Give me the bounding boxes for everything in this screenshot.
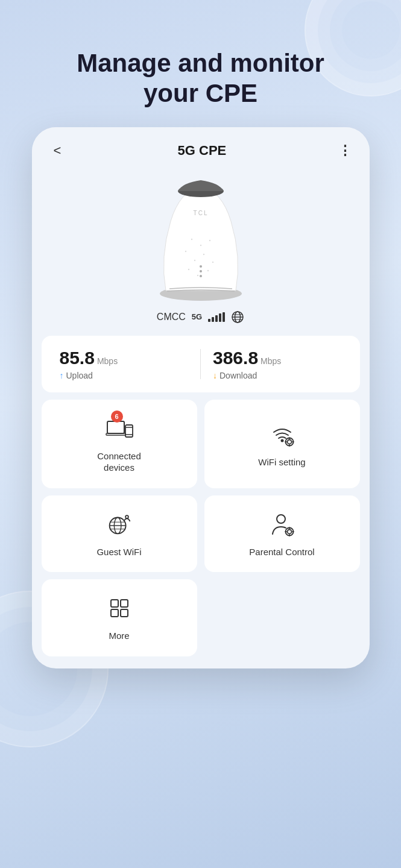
feature-grid: 6 Connecteddevices [42,400,360,668]
svg-point-4 [212,262,213,263]
guest-wifi-label: Guest WiFi [96,546,141,558]
download-stat: 386.8 Mbps ↓ Download [213,348,342,380]
download-label: ↓ Download [213,371,342,380]
svg-point-5 [188,269,189,270]
svg-point-26 [280,439,283,442]
upload-arrow-icon: ↑ [60,371,64,380]
device-area: TCL CMCC 5G [32,167,370,336]
connected-devices-badge: 6 [111,410,123,423]
signal-bar-4 [219,313,221,322]
svg-rect-51 [111,609,118,617]
more-icon [105,594,134,623]
svg-rect-22 [106,433,125,435]
network-status: CMCC 5G [157,310,244,324]
connected-devices-button[interactable]: 6 Connecteddevices [42,400,197,488]
svg-rect-30 [289,437,290,439]
connected-devices-label: Connecteddevices [97,450,141,474]
svg-rect-47 [285,531,286,532]
globe-icon [231,310,244,324]
parental-control-button[interactable]: Parental Control [204,495,360,573]
cpe-device-image: TCL [141,173,261,306]
svg-rect-21 [107,421,124,433]
guest-wifi-button[interactable]: Guest WiFi [42,495,197,573]
top-bar: < 5G CPE ⋮ [32,127,370,167]
upload-unit: Mbps [97,356,118,366]
page-header: Manage and monitor your CPE [77,48,324,109]
signal-bar-1 [208,319,210,322]
wifi-setting-button[interactable]: WiFi setting [204,400,360,488]
more-button[interactable]: More [42,579,197,656]
guest-wifi-icon [105,510,134,539]
parental-control-label: Parental Control [249,546,314,558]
download-arrow-icon: ↓ [213,371,217,380]
signal-bar-2 [212,317,214,322]
download-unit: Mbps [260,356,281,366]
signal-bar-5 [223,312,225,322]
svg-point-3 [203,254,204,255]
svg-point-15 [200,275,202,277]
svg-rect-48 [292,531,294,532]
svg-point-1 [185,251,186,252]
upload-stat: 85.8 Mbps ↑ Upload [60,348,189,380]
svg-point-14 [200,270,202,272]
svg-rect-49 [111,600,118,607]
svg-rect-32 [285,441,286,442]
download-value: 386.8 Mbps [213,348,342,368]
back-button[interactable]: < [49,140,66,161]
svg-rect-31 [289,444,290,446]
stats-card: 85.8 Mbps ↑ Upload 386.8 Mbps ↓ Download [42,336,360,392]
phone-frame: < 5G CPE ⋮ TCL [32,127,370,668]
svg-point-7 [207,270,208,271]
upload-label: ↑ Upload [60,371,189,380]
svg-rect-52 [121,609,128,617]
svg-point-2 [194,260,195,261]
svg-point-8 [191,239,192,240]
svg-point-41 [277,515,285,523]
svg-rect-45 [289,527,290,529]
svg-rect-33 [292,441,294,442]
svg-point-10 [209,240,210,241]
carrier-label: CMCC [157,312,186,322]
svg-point-6 [197,275,198,276]
signal-bar-3 [215,315,218,322]
screen-title: 5G CPE [178,143,227,159]
signal-bars [208,312,225,322]
svg-text:TCL: TCL [193,210,208,216]
stat-divider [200,349,201,379]
upload-value: 85.8 Mbps [60,348,189,368]
svg-rect-50 [121,600,128,607]
svg-point-13 [200,265,202,268]
parental-control-icon [268,510,297,539]
wifi-setting-label: WiFi setting [258,456,305,468]
page-title: Manage and monitor your CPE [77,48,324,109]
more-label: More [109,630,129,642]
network-standard: 5G [192,312,202,321]
more-menu-button[interactable]: ⋮ [338,143,353,159]
wifi-setting-icon [268,420,297,449]
svg-point-9 [200,245,201,246]
svg-rect-46 [289,534,290,536]
svg-rect-23 [125,425,133,437]
